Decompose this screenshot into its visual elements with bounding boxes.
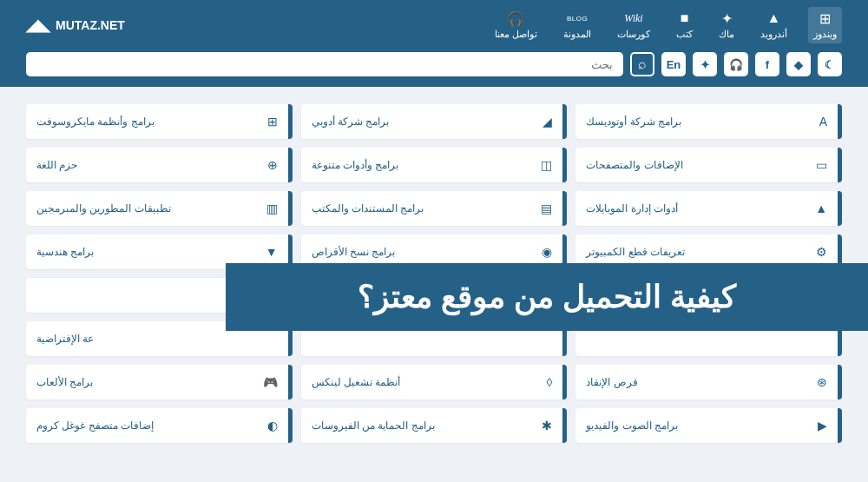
category-card[interactable]: 🎮برامج الألعاب xyxy=(26,365,293,399)
dark-mode-button[interactable]: ☾ xyxy=(818,52,842,76)
category-icon: ⊞ xyxy=(267,115,278,129)
category-card[interactable]: ◫برامج وأدوات متنوعة xyxy=(301,148,568,182)
category-label: برامج الصوت والفيديو xyxy=(586,419,678,432)
nav-item-3[interactable]: ■كتب xyxy=(671,7,698,43)
category-label: برامج المستندات والمكتب xyxy=(312,202,424,215)
category-label: برامج شركة أدوبي xyxy=(312,116,390,128)
category-icon: ▶ xyxy=(818,419,827,432)
category-label: برامج وأدوات متنوعة xyxy=(312,159,399,171)
diamond-button[interactable]: ◆ xyxy=(786,52,811,76)
category-label: حزم اللغة xyxy=(36,159,77,171)
category-icon: ▤ xyxy=(541,201,552,215)
category-label: عة الإفتراضية xyxy=(36,333,94,345)
category-icon: ◊ xyxy=(546,375,552,389)
brand-text: MUTAZ.NET xyxy=(56,18,125,32)
logo-icon: ◣◢ xyxy=(26,16,50,35)
overlay-text: كيفية التحميل من موقع معتز؟ xyxy=(358,279,736,315)
nav-label: تواصل معنا xyxy=(495,29,537,40)
search-icon: ⌕ xyxy=(638,56,647,72)
category-icon: ◐ xyxy=(267,419,278,432)
category-card[interactable]: ▶برامج الصوت والفيديو xyxy=(575,408,842,443)
category-card[interactable]: ⊞برامج وأنظمة مايكروسوفت xyxy=(26,104,293,139)
nav-item-0[interactable]: ⊞ويندوز xyxy=(808,7,842,43)
category-label: برامج هندسية xyxy=(36,246,94,258)
category-label: تعريفات قطع الكمبيوتر xyxy=(586,246,685,258)
category-card[interactable]: ⊕حزم اللغة xyxy=(26,148,293,182)
category-card[interactable]: ▭الإضافات والمتصفحات xyxy=(575,148,842,182)
category-label: إضافات متصفح غوغل كروم xyxy=(36,419,154,432)
category-icon: A xyxy=(819,115,827,129)
category-icon: ✱ xyxy=(542,419,552,432)
nav-icon: ✦ xyxy=(721,10,733,26)
category-label: برامج الحماية من الفيروسات xyxy=(312,419,435,432)
nav-icon: 🎧 xyxy=(507,10,524,26)
category-label: برامج الألعاب xyxy=(36,376,93,388)
category-label: قرص الإنقاذ xyxy=(586,376,637,388)
category-card[interactable]: ◐إضافات متصفح غوغل كروم xyxy=(26,408,293,443)
support-button[interactable]: 🎧 xyxy=(724,52,748,76)
nav-item-5[interactable]: BLOGالمدونة xyxy=(558,7,596,43)
nav-icon: ▲ xyxy=(767,10,781,26)
category-card[interactable]: ▲أدوات إدارة الموبايلات xyxy=(575,191,842,226)
nav-icon: ■ xyxy=(681,10,689,26)
nav-label: ويندوز xyxy=(813,29,837,40)
category-icon: 🎮 xyxy=(263,375,278,389)
category-label: الإضافات والمتصفحات xyxy=(586,159,682,171)
search-button[interactable]: ⌕ xyxy=(630,52,654,76)
tutorial-overlay[interactable]: كيفية التحميل من موقع معتز؟ xyxy=(226,263,868,331)
nav-item-1[interactable]: ▲أندرويد xyxy=(755,7,792,43)
category-card[interactable]: ▥تطبيقات المطورين والمبرمجين xyxy=(26,191,293,226)
category-card[interactable]: ◊أنظمة تشغيل لينكس xyxy=(301,365,568,399)
nav-item-4[interactable]: Wikiكورسات xyxy=(612,7,655,43)
category-icon: ◢ xyxy=(542,115,552,129)
nav-icon: BLOG xyxy=(567,10,588,26)
nav-label: كتب xyxy=(676,29,693,40)
category-icon: ⊕ xyxy=(267,158,278,172)
language-button[interactable]: En xyxy=(661,52,686,76)
search-input[interactable] xyxy=(26,52,623,76)
category-label: أنظمة تشغيل لينكس xyxy=(312,376,401,388)
nav-label: المدونة xyxy=(563,29,591,40)
category-icon: ⊛ xyxy=(817,375,827,389)
category-card[interactable]: ⊛قرص الإنقاذ xyxy=(575,365,842,399)
category-label: برامج شركة أوتوديسك xyxy=(586,116,681,128)
category-icon: ▼ xyxy=(266,245,278,259)
nav-item-2[interactable]: ✦ماك xyxy=(713,7,740,43)
category-icon: ▲ xyxy=(815,201,827,215)
category-icon: ◫ xyxy=(541,158,552,172)
category-card[interactable]: ▤برامج المستندات والمكتب xyxy=(301,191,568,226)
category-icon: ◉ xyxy=(542,245,552,259)
category-card[interactable]: Aبرامج شركة أوتوديسك xyxy=(575,104,842,139)
category-icon: ▭ xyxy=(816,158,827,172)
category-icon: ⚙ xyxy=(816,245,827,259)
category-icon: ▥ xyxy=(266,201,278,215)
logo[interactable]: MUTAZ.NET ◣◢ xyxy=(26,16,125,35)
category-card[interactable]: ✱برامج الحماية من الفيروسات xyxy=(301,408,568,443)
nav-items: ⊞ويندوز▲أندرويد✦ماك■كتبWikiكورساتBLOGالم… xyxy=(490,7,842,43)
shuffle-button[interactable]: ✦ xyxy=(693,52,717,76)
header: ⊞ويندوز▲أندرويد✦ماك■كتبWikiكورساتBLOGالم… xyxy=(0,0,868,87)
nav-icon: Wiki xyxy=(624,10,642,26)
category-label: برامج نسخ الأقراص xyxy=(312,246,396,258)
facebook-button[interactable]: f xyxy=(755,52,779,76)
nav-label: كورسات xyxy=(617,29,650,40)
category-label: تطبيقات المطورين والمبرمجين xyxy=(36,202,171,215)
nav-icon: ⊞ xyxy=(819,10,831,26)
category-label: برامج وأنظمة مايكروسوفت xyxy=(36,116,155,128)
category-label: أدوات إدارة الموبايلات xyxy=(586,202,678,215)
nav-item-6[interactable]: 🎧تواصل معنا xyxy=(490,7,542,43)
top-nav: ⊞ويندوز▲أندرويد✦ماك■كتبWikiكورساتBLOGالم… xyxy=(26,7,842,43)
search-row: ☾ ◆ f 🎧 ✦ En ⌕ xyxy=(26,52,842,76)
nav-label: أندرويد xyxy=(760,29,787,40)
category-card[interactable]: ◢برامج شركة أدوبي xyxy=(301,104,568,139)
nav-label: ماك xyxy=(719,29,734,40)
